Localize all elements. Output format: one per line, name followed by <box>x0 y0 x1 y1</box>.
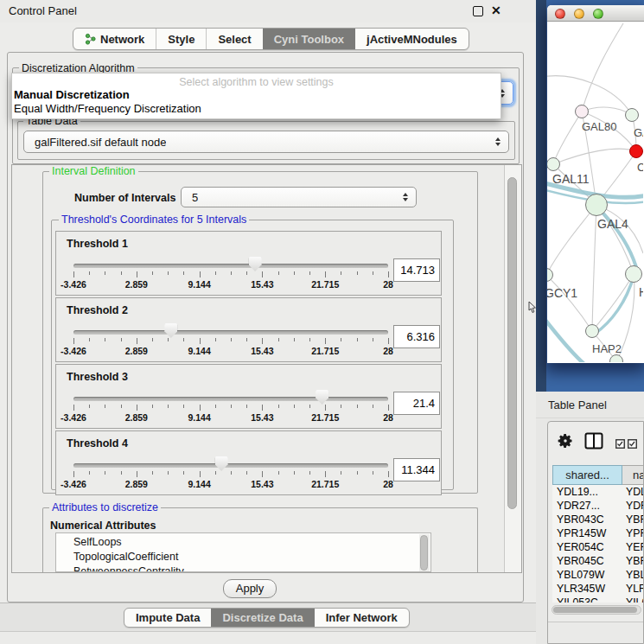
minor-tick <box>168 471 169 475</box>
tab-select[interactable]: Select <box>206 29 262 49</box>
table-cell[interactable]: YBR0 <box>622 513 644 526</box>
table-cell[interactable]: YER0 <box>622 540 644 554</box>
table-cell[interactable]: YLR345W <box>552 582 622 596</box>
table-cell[interactable]: YDR27... <box>552 499 622 513</box>
zoom-traffic-light[interactable] <box>593 9 603 19</box>
threshold-label: Threshold 3 <box>67 371 128 383</box>
close-traffic-light[interactable] <box>555 9 565 19</box>
checkbox-filter-icon[interactable] <box>615 437 625 452</box>
table-hscroll-thumb[interactable] <box>553 607 637 613</box>
network-node-h[interactable] <box>625 265 642 283</box>
settings-vertical-scrollbar[interactable] <box>504 165 521 572</box>
slider-track[interactable] <box>73 330 388 335</box>
network-node-hap2[interactable] <box>585 324 599 338</box>
tab-style[interactable]: Style <box>156 29 206 49</box>
major-tick <box>325 338 326 344</box>
network-node-gal4[interactable] <box>585 194 608 216</box>
network-node-c[interactable] <box>629 144 643 158</box>
list-item[interactable]: SelfLoops <box>56 535 430 550</box>
list-item[interactable]: BetweennessCentrality <box>56 564 430 572</box>
table-horizontal-scrollbar[interactable] <box>552 605 641 615</box>
table-row[interactable]: YDR27...YDR2 <box>552 499 644 513</box>
network-node-ga[interactable] <box>625 108 639 122</box>
table-row[interactable]: YIL053CYIL0 <box>552 596 644 603</box>
combo-stepper-icon <box>403 193 408 201</box>
number-of-intervals-combo[interactable]: 5 <box>181 187 417 207</box>
list-item[interactable]: TopologicalCoefficient <box>56 550 430 564</box>
list-scrollbar[interactable] <box>419 534 430 572</box>
table-cell[interactable]: YBR045C <box>552 554 622 568</box>
minimize-traffic-light[interactable] <box>574 9 584 19</box>
table-cell[interactable]: YER054C <box>552 540 622 554</box>
split-columns-icon[interactable] <box>584 432 603 453</box>
table-row[interactable]: YBR043CYBR0 <box>552 513 644 526</box>
network-node-gal80[interactable] <box>575 105 589 118</box>
minor-tick <box>89 338 90 341</box>
table-cell[interactable]: YIL0 <box>622 596 644 603</box>
table-cell[interactable]: YBR0 <box>622 554 644 568</box>
close-icon[interactable]: ✕ <box>491 3 501 17</box>
table-row[interactable]: YPR145WYPR1 <box>552 526 644 540</box>
table-cell[interactable]: YDL1 <box>622 485 644 499</box>
table-cell[interactable]: YBR043C <box>552 513 622 526</box>
tick-label: 2.859 <box>125 479 148 489</box>
minor-tick <box>373 471 373 475</box>
column-header-1[interactable]: shared... <box>552 465 622 485</box>
desktop-divider[interactable] <box>536 0 546 392</box>
tab-cyni-toolbox[interactable]: Cyni Toolbox <box>263 29 355 49</box>
tab-network[interactable]: Network <box>73 29 156 49</box>
table-cell[interactable]: YBL0 <box>622 568 644 582</box>
table-cell[interactable]: YDL19... <box>552 485 622 499</box>
float-window-icon[interactable] <box>473 6 483 16</box>
network-icon <box>85 33 96 45</box>
major-tick <box>73 338 74 344</box>
threshold-value-input[interactable] <box>393 325 440 348</box>
table-cell[interactable]: YPR145W <box>552 526 622 540</box>
network-canvas[interactable]: GAL80GACGAL11GAL4GCY1HHAP2 <box>547 22 643 362</box>
table-cell[interactable]: YLR3 <box>622 582 644 596</box>
table-cell[interactable]: YBL079W <box>552 568 622 582</box>
slider-track[interactable] <box>73 264 388 268</box>
settings-scrollbar-thumb[interactable] <box>507 177 517 509</box>
list-scrollbar-thumb[interactable] <box>420 535 428 571</box>
table-cell[interactable]: YIL053C <box>552 596 622 603</box>
numerical-attributes-list[interactable]: SelfLoopsTopologicalCoefficientBetweenne… <box>55 532 431 572</box>
dropdown-item-manual-discretization[interactable]: Manual Discretization <box>14 88 130 101</box>
slider-thumb[interactable] <box>316 390 328 405</box>
slider-thumb[interactable] <box>164 323 177 338</box>
threshold-value-input[interactable] <box>393 458 440 481</box>
tab-jactivemnodules[interactable]: jActiveMNodules <box>355 29 469 49</box>
bottom-tab-impute-data[interactable]: Impute Data <box>124 609 211 627</box>
minor-tick <box>215 405 216 408</box>
table-row[interactable]: YLR345WYLR3 <box>552 582 644 596</box>
slider-thumb[interactable] <box>215 456 228 471</box>
threshold-value-input[interactable] <box>393 392 440 415</box>
tick-label: 28 <box>383 346 393 356</box>
network-node[interactable] <box>609 354 623 362</box>
checkbox-filter-icon-2[interactable] <box>628 437 637 452</box>
attributes-group: Attributes to discretize Numerical Attri… <box>42 507 478 573</box>
bottom-tab-infer-network[interactable]: Infer Network <box>315 609 409 627</box>
table-row[interactable]: YBR045CYBR0 <box>552 554 644 568</box>
column-header-2[interactable]: na <box>622 465 644 485</box>
top-tabbar: NetworkStyleSelectCyni ToolboxjActiveMNo… <box>73 28 469 50</box>
slider-track[interactable] <box>73 397 388 401</box>
interval-definition-group: Interval Definition Number of Intervals … <box>42 171 478 494</box>
table-data-combo[interactable]: galFiltered.sif default node <box>23 131 509 153</box>
bottom-tab-discretize-data[interactable]: Discretize Data <box>211 609 314 627</box>
major-tick <box>388 271 389 277</box>
table-row[interactable]: YER054CYER0 <box>552 540 644 554</box>
dropdown-hint: Select algorithm to view settings <box>12 76 501 88</box>
dropdown-item-equal-width-frequency[interactable]: Equal Width/Frequency Discretization <box>14 102 201 115</box>
gear-icon[interactable] <box>557 432 574 453</box>
threshold-value-input[interactable] <box>393 258 440 282</box>
slider-thumb[interactable] <box>249 257 262 271</box>
table-cell[interactable]: YDR2 <box>622 499 644 513</box>
minor-tick <box>183 405 184 408</box>
slider-track[interactable] <box>73 463 388 468</box>
table-row[interactable]: YBL079WYBL0 <box>552 568 644 582</box>
apply-button[interactable]: Apply <box>223 579 277 598</box>
table-cell[interactable]: YPR1 <box>622 526 644 540</box>
table-row[interactable]: YDL19...YDL1 <box>552 485 644 499</box>
minor-tick <box>183 271 184 275</box>
